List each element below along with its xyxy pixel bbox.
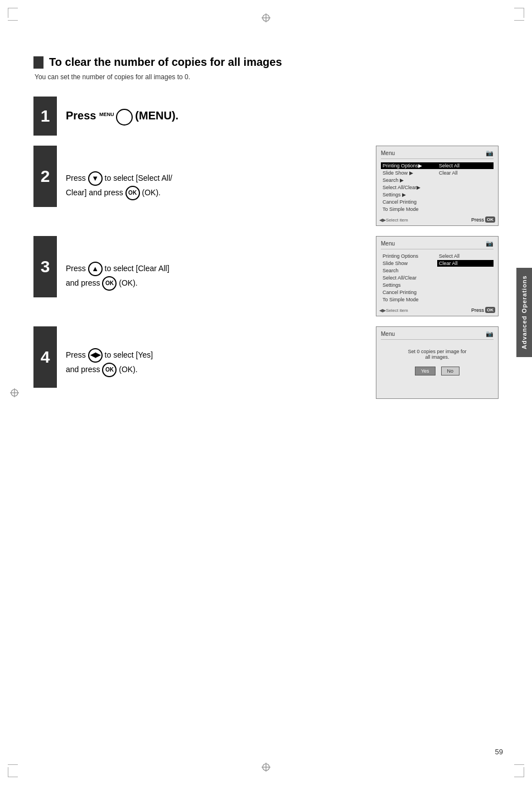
step-1-menu-superscript: MENU <box>99 112 114 117</box>
screen-2-item-selectallclear: Select All/Clear▶ <box>381 184 494 191</box>
screen-3-row-4: Select All/Clear <box>381 274 494 281</box>
page-number: 59 <box>495 748 503 756</box>
screen-2-header: Menu 📷 <box>381 150 494 159</box>
corner-mark-br <box>514 767 524 777</box>
nav-lr-icon-4[interactable]: ◀▶ <box>88 348 103 363</box>
ok-button-icon-3[interactable]: OK <box>102 276 117 291</box>
hline-tl <box>8 20 18 21</box>
step-2-press: Press <box>66 174 88 182</box>
screen-2-row-6: Cancel Printing <box>381 199 494 205</box>
screen-3-item-slideshow: Slide Show <box>381 260 437 267</box>
screen-2-item-clearall: Clear All <box>437 170 494 176</box>
screen-3-item-simple: To Simple Mode <box>381 296 494 303</box>
screen-3-row-7: To Simple Mode <box>381 296 494 303</box>
step-2-text: Press ▼ to select [Select All/Clear] and… <box>66 171 359 200</box>
step-2-number: 2 <box>33 146 57 207</box>
screen-2-item-slideshow: Slide Show ▶ <box>381 170 437 176</box>
screen-2-item-settings: Settings ▶ <box>381 191 494 198</box>
screen-3-item-clearall: Clear All <box>437 260 494 267</box>
step-1-text: Press MENU (MENU). <box>66 107 499 126</box>
step-2-row: 2 Press ▼ to select [Select All/Clear] a… <box>33 146 499 226</box>
screen-4-message: Set 0 copies per image forall images. <box>384 349 491 360</box>
screen-2-item-search: Search ▶ <box>381 177 494 184</box>
screen-2-row-4: Select All/Clear▶ <box>381 184 494 191</box>
step-1-number: 1 <box>33 97 57 136</box>
screen-2-press-label: Press <box>471 217 484 223</box>
screen-4-title: Menu <box>381 331 395 337</box>
screen-2-row-2: Slide Show ▶ Clear All <box>381 170 494 176</box>
screen-3-item-printing: Printing Options <box>381 253 437 259</box>
screen-2-icon: 📷 <box>486 150 494 157</box>
hline-bl <box>8 764 18 765</box>
step-2-content: Press ▼ to select [Select All/Clear] and… <box>66 146 499 226</box>
corner-mark-tr <box>514 8 524 18</box>
step-4-ok-label: (OK). <box>119 365 137 374</box>
screen-4-confirm: Set 0 copies per image forall images. Ye… <box>381 343 494 381</box>
step-4-press: Press <box>66 350 88 359</box>
screen-3-row-6: Cancel Printing <box>381 289 494 296</box>
step-3-screenshot: Menu 📷 Printing Options Select All Slide… <box>376 236 499 316</box>
step-4-screenshot: Menu 📷 Set 0 copies per image forall ima… <box>376 326 499 399</box>
nav-up-down-icon-3[interactable]: ▲ <box>88 262 103 276</box>
crosshair-bottom <box>260 762 272 773</box>
screen-2-row-1: Printing Options▶ Select All <box>381 162 494 169</box>
step-3-row: 3 Press ▲ to select [Clear All]and press… <box>33 236 499 316</box>
screen-2-item-cancel: Cancel Printing <box>381 199 494 205</box>
screen-2-item-selectall: Select All <box>437 162 494 169</box>
screen-3-item-selectallclear: Select All/Clear <box>381 274 494 281</box>
section-title-text: To clear the number of copies for all im… <box>49 56 282 69</box>
step-3-ok-label: (OK). <box>119 278 137 287</box>
screen-3-ok-badge: OK <box>485 307 495 313</box>
hline-br <box>514 764 524 765</box>
crosshair-left <box>9 387 20 398</box>
step-3-content: Press ▲ to select [Clear All]and press O… <box>66 236 499 316</box>
hline-tr <box>514 20 524 21</box>
title-bar-decoration <box>33 56 43 69</box>
screen-3-header: Menu 📷 <box>381 240 494 249</box>
screen-3-item-settings: Settings <box>381 282 494 288</box>
screen-2-footer-left: ◀▶Select item <box>379 218 408 223</box>
step-4-row: 4 Press ◀▶ to select [Yes]and press OK (… <box>33 326 499 399</box>
step-1-press: Press <box>66 109 99 122</box>
screen-4-buttons: Yes No <box>384 367 491 375</box>
screen-3-icon: 📷 <box>486 240 494 247</box>
screen-3-footer-right: Press OK <box>471 307 495 313</box>
step-2-screenshot: Menu 📷 Printing Options▶ Select All Slid… <box>376 146 499 226</box>
subtitle: You can set the number of copies for all… <box>35 73 499 81</box>
step-4-number: 4 <box>33 326 57 388</box>
step-1-row: 1 Press MENU (MENU). <box>33 97 499 136</box>
screen-3-title: Menu <box>381 240 395 247</box>
screen-4-icon: 📷 <box>486 330 494 338</box>
step-3-text: Press ▲ to select [Clear All]and press O… <box>66 262 359 291</box>
side-tab-advanced-operations: Advanced Operations <box>516 268 532 357</box>
screen-4-yes-button[interactable]: Yes <box>415 367 436 375</box>
step-3-number: 3 <box>33 236 57 297</box>
section-title: To clear the number of copies for all im… <box>33 56 499 69</box>
screen-3-item-search: Search <box>381 267 494 274</box>
screen-2-item-printing: Printing Options▶ <box>381 162 437 169</box>
screen-2-row-7: To Simple Mode <box>381 206 494 213</box>
ok-button-icon-4[interactable]: OK <box>102 363 117 377</box>
step-3-press: Press <box>66 264 88 273</box>
screen-3-row-3: Search <box>381 267 494 274</box>
screen-3-item-selectall: Select All <box>437 253 494 259</box>
screen-2-row-5: Settings ▶ <box>381 191 494 198</box>
menu-button-icon[interactable] <box>116 109 133 126</box>
screen-2-item-simple: To Simple Mode <box>381 206 494 213</box>
step-2-ok-label: (OK). <box>142 188 161 197</box>
screen-4-header: Menu 📷 <box>381 330 494 340</box>
corner-mark-tl <box>8 8 18 18</box>
screen-2-ok-badge: OK <box>485 216 495 223</box>
screen-3-item-cancel: Cancel Printing <box>381 289 494 296</box>
screen-3-press-label: Press <box>471 307 484 313</box>
screen-2-footer-right: Press OK <box>471 216 495 223</box>
step-4-content: Press ◀▶ to select [Yes]and press OK (OK… <box>66 326 499 399</box>
screen-2-title: Menu <box>381 150 395 156</box>
crosshair-top <box>260 12 272 23</box>
nav-up-down-icon[interactable]: ▼ <box>88 171 103 186</box>
step-4-text: Press ◀▶ to select [Yes]and press OK (OK… <box>66 348 359 377</box>
screen-4-no-button[interactable]: No <box>441 367 460 375</box>
ok-button-icon-2[interactable]: OK <box>125 186 140 200</box>
screen-3-row-2: Slide Show Clear All <box>381 260 494 267</box>
screen-2-row-3: Search ▶ <box>381 177 494 184</box>
